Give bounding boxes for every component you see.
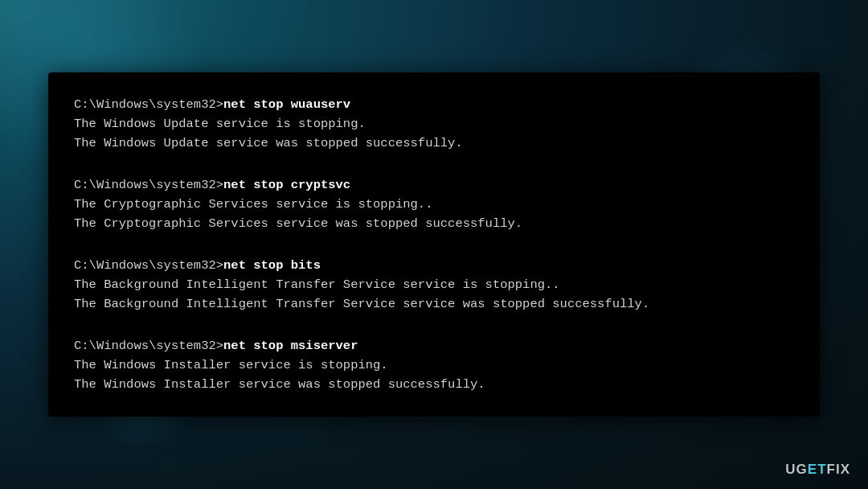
cmd-output-4a: The Windows Installer service is stoppin… [74,355,794,375]
cmd-command-3: net stop bits [223,258,321,273]
cmd-block-msiserver: C:\Windows\system32>net stop msiserver T… [74,336,794,394]
watermark-et: ET [808,462,827,477]
cmd-block-bits: C:\Windows\system32>net stop bits The Ba… [74,256,794,314]
cmd-input-line-4: C:\Windows\system32>net stop msiserver [74,336,794,355]
cmd-command-4: net stop msiserver [223,339,358,353]
cmd-input-line-1: C:\Windows\system32>net stop wuauserv [74,95,794,114]
cmd-prompt-2: C:\Windows\system32> [74,178,223,192]
cmd-output-3a: The Background Intelligent Transfer Serv… [74,275,794,294]
watermark-fix: FIX [827,462,850,477]
cmd-input-line-3: C:\Windows\system32>net stop bits [74,256,794,275]
cmd-output-1b: The Windows Update service was stopped s… [74,134,794,153]
cmd-prompt-3: C:\Windows\system32> [74,258,223,273]
cmd-output-1a: The Windows Update service is stopping. [74,114,794,134]
cmd-command-1: net stop wuauserv [223,97,350,112]
cmd-prompt-4: C:\Windows\system32> [74,339,223,353]
cmd-output-2b: The Cryptographic Services service was s… [74,214,794,233]
cmd-prompt-1: C:\Windows\system32> [74,97,223,112]
watermark: UGETFIX [785,462,850,478]
cmd-input-line-2: C:\Windows\system32>net stop cryptsvc [74,175,794,195]
cmd-block-cryptsvc: C:\Windows\system32>net stop cryptsvc Th… [74,175,794,233]
cmd-command-2: net stop cryptsvc [223,178,350,192]
command-prompt-window: C:\Windows\system32>net stop wuauserv Th… [48,72,820,417]
cmd-output-4b: The Windows Installer service was stoppe… [74,375,794,394]
cmd-block-wuauserv: C:\Windows\system32>net stop wuauserv Th… [74,95,794,153]
cmd-output-3b: The Background Intelligent Transfer Serv… [74,294,794,314]
cmd-output-2a: The Cryptographic Services service is st… [74,195,794,214]
watermark-ug: UG [785,462,808,477]
